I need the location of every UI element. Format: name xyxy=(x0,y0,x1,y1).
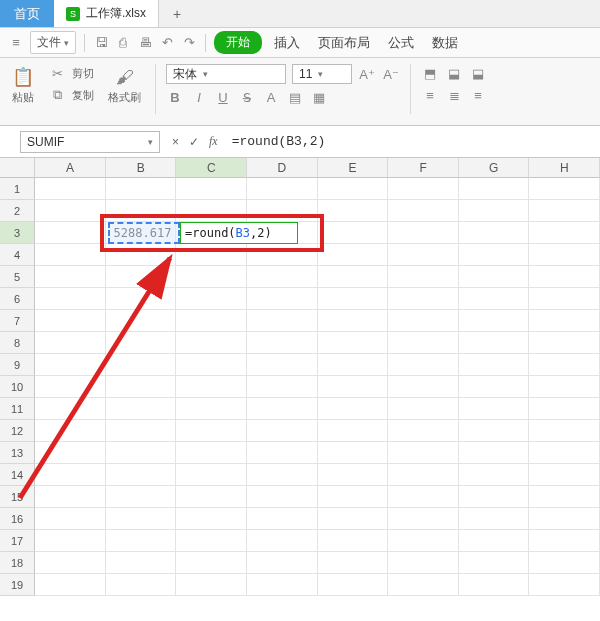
cell[interactable] xyxy=(106,310,177,332)
cell[interactable] xyxy=(247,508,318,530)
undo-icon[interactable]: ↶ xyxy=(159,35,175,51)
cell[interactable] xyxy=(176,178,247,200)
copy-icon[interactable]: ⧉ xyxy=(48,86,66,104)
cell[interactable] xyxy=(529,376,600,398)
cell[interactable] xyxy=(529,552,600,574)
cell[interactable] xyxy=(388,486,459,508)
row-header[interactable]: 16 xyxy=(0,508,35,530)
cell[interactable] xyxy=(388,288,459,310)
cell[interactable] xyxy=(529,310,600,332)
cell[interactable] xyxy=(318,222,389,244)
col-header[interactable]: D xyxy=(247,158,318,178)
row-header[interactable]: 4 xyxy=(0,244,35,266)
cell[interactable] xyxy=(247,486,318,508)
cell[interactable] xyxy=(459,332,530,354)
row-header[interactable]: 8 xyxy=(0,332,35,354)
align-center-icon[interactable]: ≣ xyxy=(445,86,463,104)
paste-button[interactable]: 📋 粘贴 xyxy=(8,64,38,107)
cell[interactable] xyxy=(35,244,106,266)
cell[interactable] xyxy=(247,574,318,596)
cell[interactable] xyxy=(106,508,177,530)
cell[interactable] xyxy=(247,310,318,332)
cell[interactable] xyxy=(529,200,600,222)
tab-home[interactable]: 首页 xyxy=(0,0,54,27)
cell[interactable] xyxy=(459,288,530,310)
cell[interactable] xyxy=(35,200,106,222)
cell[interactable] xyxy=(35,266,106,288)
col-header[interactable]: C xyxy=(176,158,247,178)
cell[interactable] xyxy=(529,288,600,310)
cell[interactable] xyxy=(247,376,318,398)
col-header[interactable]: A xyxy=(35,158,106,178)
cell[interactable] xyxy=(459,376,530,398)
cell[interactable] xyxy=(35,376,106,398)
font-name-select[interactable]: 宋体 ▾ xyxy=(166,64,286,84)
cell[interactable] xyxy=(35,530,106,552)
cell[interactable] xyxy=(176,354,247,376)
cell[interactable] xyxy=(459,530,530,552)
cell[interactable] xyxy=(106,244,177,266)
cell[interactable] xyxy=(459,310,530,332)
cell[interactable] xyxy=(35,442,106,464)
cell[interactable] xyxy=(247,266,318,288)
cell[interactable] xyxy=(459,464,530,486)
cell[interactable] xyxy=(176,420,247,442)
row-header[interactable]: 6 xyxy=(0,288,35,310)
cell[interactable] xyxy=(106,530,177,552)
cell[interactable] xyxy=(176,398,247,420)
cell[interactable] xyxy=(35,486,106,508)
cell[interactable] xyxy=(529,508,600,530)
tab-add-button[interactable]: + xyxy=(159,6,195,22)
cell[interactable] xyxy=(106,200,177,222)
cell[interactable] xyxy=(318,486,389,508)
cell[interactable] xyxy=(106,376,177,398)
decrease-font-icon[interactable]: A⁻ xyxy=(382,65,400,83)
cell[interactable] xyxy=(388,266,459,288)
row-header[interactable]: 1 xyxy=(0,178,35,200)
cell[interactable] xyxy=(35,420,106,442)
cell[interactable] xyxy=(318,354,389,376)
row-header[interactable]: 2 xyxy=(0,200,35,222)
cell[interactable] xyxy=(529,398,600,420)
cell[interactable] xyxy=(388,508,459,530)
cell[interactable] xyxy=(318,552,389,574)
cell-editor[interactable]: =round(B3,2) xyxy=(180,222,298,244)
cell[interactable] xyxy=(529,486,600,508)
font-size-select[interactable]: 11 ▾ xyxy=(292,64,352,84)
cell[interactable] xyxy=(106,420,177,442)
increase-font-icon[interactable]: A⁺ xyxy=(358,65,376,83)
cell[interactable] xyxy=(35,288,106,310)
cell[interactable] xyxy=(459,354,530,376)
strikethrough-icon[interactable]: S̶ xyxy=(238,88,256,106)
redo-icon[interactable]: ↷ xyxy=(181,35,197,51)
cell[interactable] xyxy=(35,464,106,486)
formula-input[interactable]: =round(B3,2) xyxy=(226,131,600,153)
align-left-icon[interactable]: ≡ xyxy=(421,86,439,104)
cell[interactable] xyxy=(106,398,177,420)
cell[interactable] xyxy=(318,178,389,200)
cell[interactable] xyxy=(529,222,600,244)
ribbon-tab-insert[interactable]: 插入 xyxy=(268,34,306,52)
cell[interactable] xyxy=(388,354,459,376)
cell[interactable] xyxy=(388,178,459,200)
align-right-icon[interactable]: ≡ xyxy=(469,86,487,104)
cell[interactable] xyxy=(459,244,530,266)
print-icon[interactable]: 🖶 xyxy=(137,35,153,51)
col-header[interactable]: H xyxy=(529,158,600,178)
cell[interactable] xyxy=(318,442,389,464)
print-preview-icon[interactable]: ⎙ xyxy=(115,35,131,51)
cell[interactable] xyxy=(318,530,389,552)
cell[interactable] xyxy=(388,222,459,244)
cell[interactable] xyxy=(106,464,177,486)
cancel-formula-icon[interactable]: × xyxy=(172,135,179,149)
cell[interactable] xyxy=(106,178,177,200)
row-header[interactable]: 9 xyxy=(0,354,35,376)
cell[interactable] xyxy=(388,442,459,464)
cell[interactable] xyxy=(529,244,600,266)
cell[interactable] xyxy=(529,178,600,200)
select-all-corner[interactable] xyxy=(0,158,35,178)
fill-color-icon[interactable]: ▤ xyxy=(286,88,304,106)
ribbon-tab-page-layout[interactable]: 页面布局 xyxy=(312,34,376,52)
cell[interactable] xyxy=(529,464,600,486)
col-header[interactable]: B xyxy=(106,158,177,178)
